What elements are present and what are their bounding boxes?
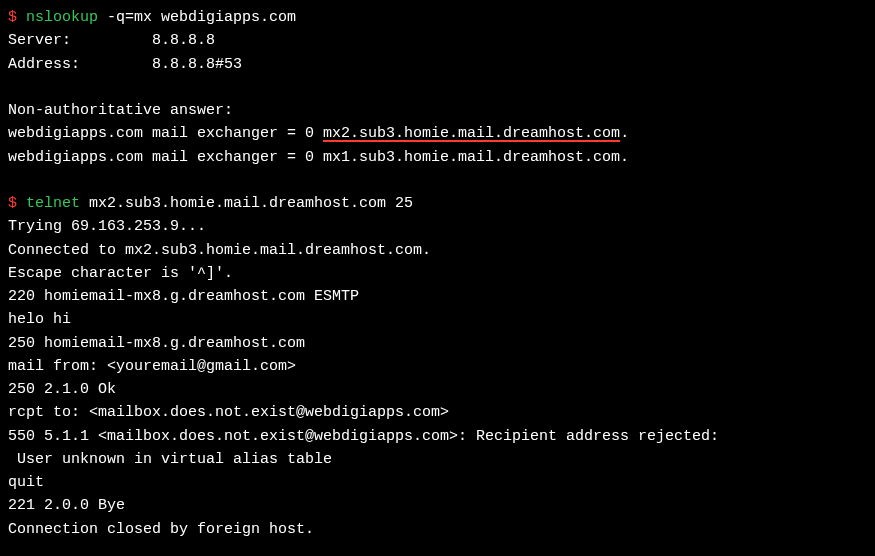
telnet-connected: Connected to mx2.sub3.homie.mail.dreamho… bbox=[8, 239, 867, 262]
mx1-host: mx2.sub3.homie.mail.dreamhost.com bbox=[323, 125, 620, 142]
smtp-rcptto-response-1: 550 5.1.1 <mailbox.does.not.exist@webdig… bbox=[8, 425, 867, 448]
address-value: 8.8.8.8#53 bbox=[152, 56, 242, 73]
command-line-1: $ nslookup -q=mx webdigiapps.com bbox=[8, 6, 867, 29]
command-line-2: $ telnet mx2.sub3.homie.mail.dreamhost.c… bbox=[8, 192, 867, 215]
telnet-trying: Trying 69.163.253.9... bbox=[8, 215, 867, 238]
smtp-mailfrom-response: 250 2.1.0 Ok bbox=[8, 378, 867, 401]
nonauth-line: Non-authoritative answer: bbox=[8, 99, 867, 122]
smtp-mailfrom-input: mail from: <youremail@gmail.com> bbox=[8, 355, 867, 378]
server-value: 8.8.8.8 bbox=[152, 32, 215, 49]
smtp-rcptto-response-2: User unknown in virtual alias table bbox=[8, 448, 867, 471]
prompt-symbol: $ bbox=[8, 9, 26, 26]
command-name: nslookup bbox=[26, 9, 98, 26]
server-line: Server: 8.8.8.8 bbox=[8, 29, 867, 52]
smtp-quit-response: 221 2.0.0 Bye bbox=[8, 494, 867, 517]
mx1-suffix: . bbox=[620, 125, 629, 142]
smtp-rcptto-input: rcpt to: <mailbox.does.not.exist@webdigi… bbox=[8, 401, 867, 424]
blank-line bbox=[8, 169, 867, 192]
command-args: mx2.sub3.homie.mail.dreamhost.com 25 bbox=[80, 195, 413, 212]
smtp-helo-response: 250 homiemail-mx8.g.dreamhost.com bbox=[8, 332, 867, 355]
mx1-prefix: webdigiapps.com mail exchanger = 0 bbox=[8, 125, 323, 142]
command-name: telnet bbox=[26, 195, 80, 212]
smtp-banner: 220 homiemail-mx8.g.dreamhost.com ESMTP bbox=[8, 285, 867, 308]
mx-record-2: webdigiapps.com mail exchanger = 0 mx1.s… bbox=[8, 146, 867, 169]
smtp-quit-input: quit bbox=[8, 471, 867, 494]
address-line: Address: 8.8.8.8#53 bbox=[8, 53, 867, 76]
telnet-closed: Connection closed by foreign host. bbox=[8, 518, 867, 541]
command-args: -q=mx webdigiapps.com bbox=[98, 9, 296, 26]
mx-record-1: webdigiapps.com mail exchanger = 0 mx2.s… bbox=[8, 122, 867, 145]
telnet-escape: Escape character is '^]'. bbox=[8, 262, 867, 285]
blank-line bbox=[8, 76, 867, 99]
address-label: Address: bbox=[8, 56, 152, 73]
smtp-helo-input: helo hi bbox=[8, 308, 867, 331]
server-label: Server: bbox=[8, 32, 152, 49]
prompt-symbol: $ bbox=[8, 195, 26, 212]
